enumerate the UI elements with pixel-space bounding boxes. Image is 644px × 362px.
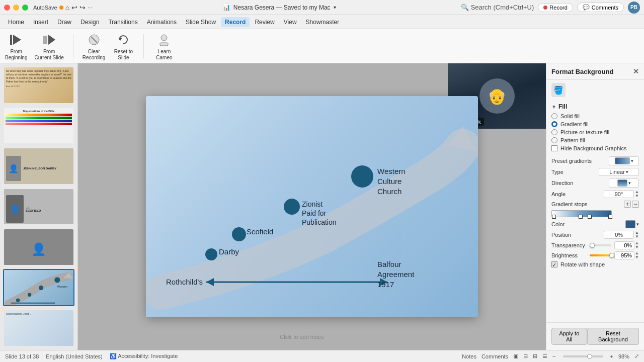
solid-fill-radio[interactable]: [551, 113, 557, 119]
picture-fill-radio[interactable]: [551, 129, 557, 135]
rotate-checkbox[interactable]: ✓: [551, 261, 557, 267]
from-current-btn[interactable]: FromCurrent Slide: [34, 32, 63, 61]
undo-icon[interactable]: ↩: [71, 4, 77, 12]
gradient-stop-mid2[interactable]: [588, 215, 592, 219]
window-controls[interactable]: [4, 5, 28, 11]
direction-control[interactable]: ▾: [609, 178, 639, 188]
slide-thumb-next[interactable]: Dispensations Chart...: [3, 309, 74, 347]
notes-btn[interactable]: Notes: [462, 353, 476, 359]
gradient-stop-right[interactable]: [608, 215, 612, 219]
reset-background-button[interactable]: Reset Background: [587, 328, 639, 345]
pattern-fill-option[interactable]: Pattern fill: [551, 137, 639, 143]
close-icon[interactable]: ✕: [633, 67, 639, 75]
zoom-in-icon[interactable]: +: [610, 353, 613, 359]
view-slide-icon[interactable]: ⊟: [523, 353, 528, 359]
view-grid-icon[interactable]: ⊞: [533, 353, 537, 359]
menu-insert[interactable]: Insert: [29, 17, 52, 27]
remove-stop-button[interactable]: −: [632, 201, 639, 208]
color-chevron-icon[interactable]: ▾: [636, 222, 639, 227]
angle-down-icon[interactable]: ▼: [635, 194, 639, 198]
menu-view[interactable]: View: [280, 17, 301, 27]
avatar[interactable]: PB: [628, 2, 640, 14]
pattern-fill-radio[interactable]: [551, 137, 557, 143]
brightness-down-icon[interactable]: ▼: [635, 255, 639, 259]
menu-design[interactable]: Design: [76, 17, 103, 27]
gradient-fill-radio[interactable]: [551, 121, 557, 127]
slide-thumb-4[interactable]: 👤 C.I. SCOFIELD: [3, 188, 74, 226]
brightness-thumb[interactable]: [609, 253, 614, 258]
gradient-stop-left[interactable]: [552, 215, 556, 219]
slide-thumb-2[interactable]: Dispensations of the Bible: [3, 107, 74, 145]
color-swatch[interactable]: [625, 220, 635, 228]
zoom-slider[interactable]: [563, 355, 603, 357]
position-down-icon[interactable]: ▼: [635, 235, 639, 239]
slide-canvas[interactable]: Rothchild's Darby Scofield Zionist Paid …: [146, 96, 478, 317]
angle-input[interactable]: 90°: [604, 190, 634, 198]
home-icon[interactable]: ⌂: [65, 4, 69, 12]
zoom-out-icon[interactable]: −: [552, 353, 555, 359]
type-control[interactable]: Linear ▾: [599, 168, 639, 176]
comments-btn[interactable]: Comments: [481, 353, 508, 359]
apply-to-all-button[interactable]: Apply to All: [551, 328, 587, 345]
transparency-stepper[interactable]: ▲ ▼: [635, 241, 639, 249]
solid-fill-option[interactable]: Solid fill: [551, 113, 639, 119]
slide-thumb-1[interactable]: So when they had come together, they ask…: [3, 66, 74, 104]
menu-draw[interactable]: Draw: [53, 17, 75, 27]
position-input[interactable]: 0%: [604, 231, 634, 239]
transparency-down-icon[interactable]: ▼: [635, 245, 639, 249]
gradient-bar[interactable]: [551, 210, 612, 217]
search-icon[interactable]: 🔍 Search (Cmd+Ctrl+U): [461, 4, 534, 11]
accessibility-info[interactable]: ♿ Accessibility: Investigate: [110, 353, 178, 359]
menu-transitions[interactable]: Transitions: [104, 17, 141, 27]
comments-button[interactable]: 💬 Comments: [577, 3, 624, 12]
slide-thumb-5[interactable]: 👤: [3, 228, 74, 266]
section-collapse-icon[interactable]: ▼: [551, 104, 556, 110]
direction-chevron-icon[interactable]: ▾: [628, 180, 631, 186]
menu-record[interactable]: Record: [221, 17, 250, 27]
redo-icon[interactable]: ↪: [79, 4, 86, 12]
clear-recording-btn[interactable]: ClearRecording: [83, 32, 106, 61]
brightness-slider[interactable]: [590, 254, 611, 256]
paint-bucket-icon[interactable]: 🪣: [551, 83, 566, 97]
more-icon[interactable]: ···: [88, 5, 92, 11]
zoom-thumb[interactable]: [587, 354, 592, 359]
brightness-stepper[interactable]: ▲ ▼: [635, 251, 639, 259]
gradient-stops-controls[interactable]: + −: [624, 201, 639, 208]
menu-review[interactable]: Review: [251, 17, 278, 27]
add-stop-button[interactable]: +: [624, 201, 631, 208]
fit-icon[interactable]: ⤢: [634, 353, 639, 359]
menu-slideshow[interactable]: Slide Show: [182, 17, 220, 27]
slide-thumb-13[interactable]: Rothchild's Western: [3, 269, 74, 307]
hide-bg-checkbox[interactable]: [551, 145, 557, 151]
angle-stepper[interactable]: ▲ ▼: [635, 190, 639, 198]
view-normal-icon[interactable]: ▣: [513, 353, 518, 359]
gradient-stop-mid1[interactable]: [579, 215, 583, 219]
transparency-slider[interactable]: [590, 244, 611, 246]
chevron-down-icon[interactable]: ▾: [334, 5, 336, 10]
hide-bg-option[interactable]: Hide Background Graphics: [551, 145, 639, 151]
slide-thumb-3[interactable]: 👤 JOHN NELSON DARBY: [3, 147, 74, 185]
notes-placeholder[interactable]: Click to add notes: [158, 334, 445, 340]
view-reading-icon[interactable]: ☰: [542, 353, 547, 359]
preset-chevron-icon[interactable]: ▾: [631, 158, 633, 163]
preset-gradients-control[interactable]: ▾: [609, 156, 639, 165]
picture-fill-option[interactable]: Picture or texture fill: [551, 129, 639, 135]
learn-cameo-btn[interactable]: LearnCameo: [153, 32, 175, 61]
from-beginning-btn[interactable]: FromBeginning: [5, 32, 27, 61]
transparency-thumb[interactable]: [590, 243, 595, 248]
menu-showmaster[interactable]: Showmaster: [302, 17, 344, 27]
menu-home[interactable]: Home: [4, 17, 28, 27]
pattern-fill-label: Pattern fill: [560, 137, 585, 143]
record-button[interactable]: Record: [538, 3, 573, 12]
position-stepper[interactable]: ▲ ▼: [635, 231, 639, 239]
menu-animations[interactable]: Animations: [143, 17, 181, 27]
close-btn[interactable]: [4, 5, 10, 11]
gradient-fill-option[interactable]: Gradient fill: [551, 121, 639, 127]
minimize-btn[interactable]: [13, 5, 19, 11]
type-chevron-icon[interactable]: ▾: [626, 169, 628, 174]
color-control[interactable]: ▾: [625, 220, 639, 228]
zoom-level[interactable]: 98%: [618, 353, 629, 359]
maximize-btn[interactable]: [22, 5, 28, 11]
reset-to-slide-btn[interactable]: Reset toSlide: [112, 32, 134, 61]
slides-panel[interactable]: So when they had come together, they ask…: [0, 63, 78, 350]
